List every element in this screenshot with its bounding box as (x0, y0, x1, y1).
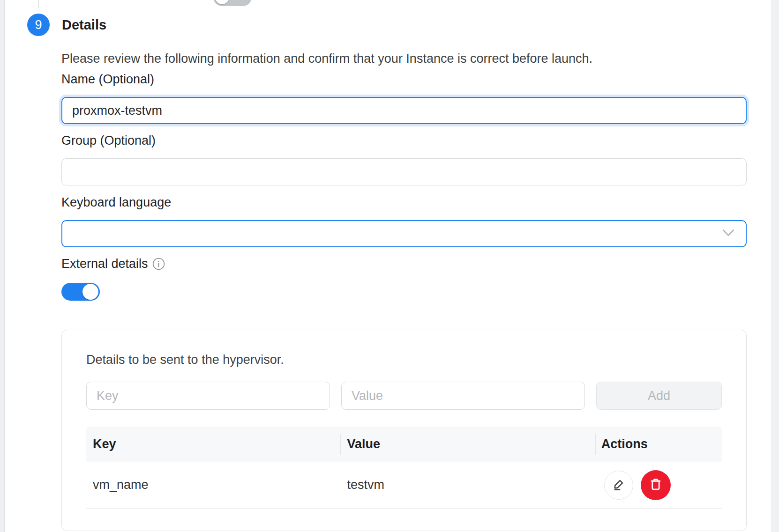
left-edge-strip (0, 0, 5, 532)
key-value-table: Key Value Actions vm_name testvm (86, 427, 722, 509)
key-input[interactable] (86, 382, 330, 410)
step-details-section: 9 Details Please review the following in… (61, 0, 747, 531)
table-header-actions: Actions (595, 427, 722, 462)
group-input[interactable] (61, 158, 747, 185)
keyboard-language-label: Keyboard language (61, 195, 747, 210)
add-button[interactable]: Add (596, 382, 722, 410)
row-actions-cell (595, 470, 722, 500)
group-label: Group (Optional) (61, 133, 747, 148)
row-value-cell: testvm (340, 478, 594, 492)
step-number-badge: 9 (27, 14, 50, 36)
edit-row-button[interactable] (604, 471, 633, 500)
pencil-icon (612, 477, 626, 493)
row-key-cell: vm_name (86, 478, 340, 492)
step-header: 9 Details (61, 14, 747, 36)
step-description: Please review the following information … (61, 52, 747, 66)
trash-icon (648, 477, 663, 493)
table-header-value: Value (340, 427, 594, 462)
chevron-down-icon (722, 229, 734, 238)
name-input[interactable] (61, 97, 747, 124)
value-input[interactable] (341, 382, 585, 410)
delete-row-button[interactable] (641, 470, 671, 500)
hypervisor-details-panel: Details to be sent to the hypervisor. Ad… (61, 330, 747, 531)
key-value-entry-row: Add (86, 382, 722, 410)
table-row: vm_name testvm (86, 462, 722, 509)
info-icon[interactable] (152, 258, 165, 270)
table-header-row: Key Value Actions (86, 427, 722, 462)
external-details-row: External details (61, 257, 747, 271)
name-label: Name (Optional) (61, 72, 747, 87)
stepper-connector-line (38, 0, 39, 8)
external-details-toggle[interactable] (61, 283, 100, 301)
hypervisor-panel-description: Details to be sent to the hypervisor. (86, 353, 722, 367)
external-details-label: External details (61, 257, 148, 271)
table-header-key: Key (86, 427, 340, 462)
keyboard-language-select[interactable] (61, 220, 747, 247)
scrollbar-track[interactable] (771, 0, 779, 532)
step-title: Details (62, 17, 106, 33)
